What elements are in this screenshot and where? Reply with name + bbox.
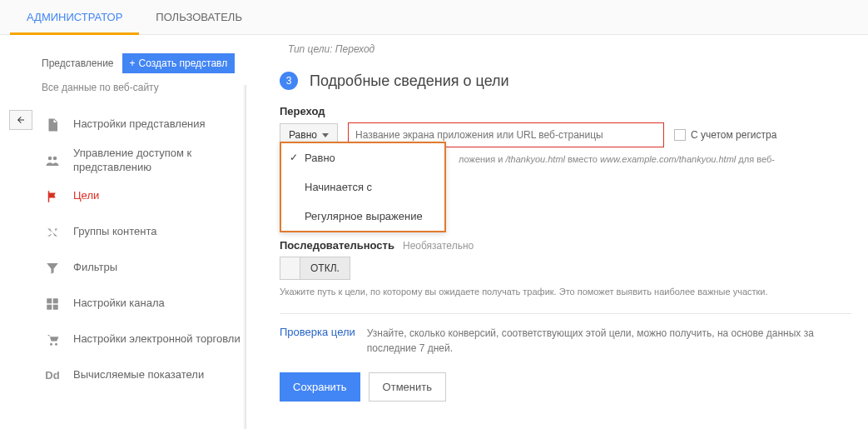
svg-point-7 <box>55 342 57 345</box>
case-sensitive-checkbox[interactable] <box>674 129 686 141</box>
sidebar-item-channel-settings[interactable]: Настройки канала <box>42 286 246 322</box>
channel-icon <box>45 297 60 312</box>
step-badge: 3 <box>280 72 298 90</box>
cancel-button[interactable]: Отменить <box>369 372 446 402</box>
all-website-data[interactable]: Все данные по веб-сайту <box>42 82 246 93</box>
verify-goal-text: Узнайте, сколько конверсий, соответствую… <box>367 326 851 356</box>
svg-rect-4 <box>47 304 52 309</box>
arrow-left-icon <box>14 115 27 125</box>
flag-icon <box>45 189 60 204</box>
sidebar-item-content-groups[interactable]: Группы контента <box>42 214 246 250</box>
funnel-label: Последовательность <box>280 239 394 252</box>
dd-icon: Dd <box>45 369 60 382</box>
cart-icon <box>45 332 60 347</box>
toggle-off-label: ОТКЛ. <box>300 257 350 279</box>
shuffle-icon <box>45 225 60 240</box>
sidebar-item-label: Цели <box>73 189 99 203</box>
optional-label: Необязательно <box>403 240 474 252</box>
svg-point-6 <box>50 342 52 345</box>
match-type-value: Равно <box>289 129 317 141</box>
sidebar-item-label: Настройки канала <box>73 297 165 311</box>
funnel-icon <box>45 261 60 276</box>
sidebar-item-label: Группы контента <box>73 225 156 239</box>
svg-point-0 <box>48 156 52 160</box>
tab-user[interactable]: ПОЛЬЗОВАТЕЛЬ <box>139 0 259 35</box>
sidebar-item-access[interactable]: Управление доступом к представлению <box>42 142 246 178</box>
svg-point-1 <box>53 156 57 160</box>
verify-goal-link[interactable]: Проверка цели <box>280 326 355 338</box>
match-option-begins[interactable]: Начинается с <box>281 172 444 202</box>
sidebar-item-filters[interactable]: Фильтры <box>42 250 246 286</box>
sidebar-item-view-settings[interactable]: Настройки представления <box>42 107 246 142</box>
sidebar-item-label: Настройки представления <box>73 117 206 132</box>
plus-icon: + <box>130 57 136 69</box>
document-icon <box>45 117 60 132</box>
sidebar-item-goals[interactable]: Цели <box>42 178 246 214</box>
back-button[interactable] <box>9 110 32 130</box>
sidebar-item-label: Вычисляемые показатели <box>73 368 204 382</box>
create-view-label: Создать представл <box>139 57 228 69</box>
step-title: Подробные сведения о цели <box>310 72 509 90</box>
sidebar-item-label: Настройки электронной торговли <box>73 332 241 347</box>
svg-rect-3 <box>53 298 58 303</box>
create-view-button[interactable]: + Создать представл <box>122 53 236 73</box>
tab-admin[interactable]: АДМИНИСТРАТОР <box>10 0 139 35</box>
chevron-down-icon <box>322 133 329 137</box>
toggle-knob <box>280 257 300 279</box>
case-sensitive-label: С учетом регистра <box>691 129 776 141</box>
sidebar-item-label: Управление доступом к представлению <box>73 147 246 175</box>
destination-label: Переход <box>280 105 851 117</box>
funnel-hint: Укажите путь к цели, по которому вы ожид… <box>280 287 851 297</box>
match-option-regex[interactable]: Регулярное выражение <box>281 202 444 231</box>
divider <box>280 313 851 314</box>
main-panel: Тип цели: Переход 3 Подробные сведения о… <box>246 35 868 429</box>
save-button[interactable]: Сохранить <box>280 372 360 402</box>
match-option-equals[interactable]: Равно <box>281 143 444 172</box>
sidebar-item-ecommerce[interactable]: Настройки электронной торговли <box>42 322 246 357</box>
people-icon <box>45 153 60 168</box>
view-label: Представление <box>42 57 114 69</box>
sidebar-item-label: Фильтры <box>73 261 117 275</box>
top-tabs: АДМИНИСТРАТОР ПОЛЬЗОВАТЕЛЬ <box>0 0 868 35</box>
svg-rect-5 <box>53 304 58 309</box>
destination-hint: ложения и /thankyou.html вместо www.exam… <box>459 154 851 164</box>
sidebar-item-calculated-metrics[interactable]: Dd Вычисляемые показатели <box>42 357 246 393</box>
match-type-menu: Равно Начинается с Регулярное выражение <box>280 142 446 232</box>
sidebar: Представление + Создать представл Все да… <box>42 35 246 429</box>
funnel-toggle[interactable]: ОТКЛ. <box>280 257 350 280</box>
svg-rect-2 <box>47 298 52 303</box>
goal-type-line: Тип цели: Переход <box>288 43 851 55</box>
